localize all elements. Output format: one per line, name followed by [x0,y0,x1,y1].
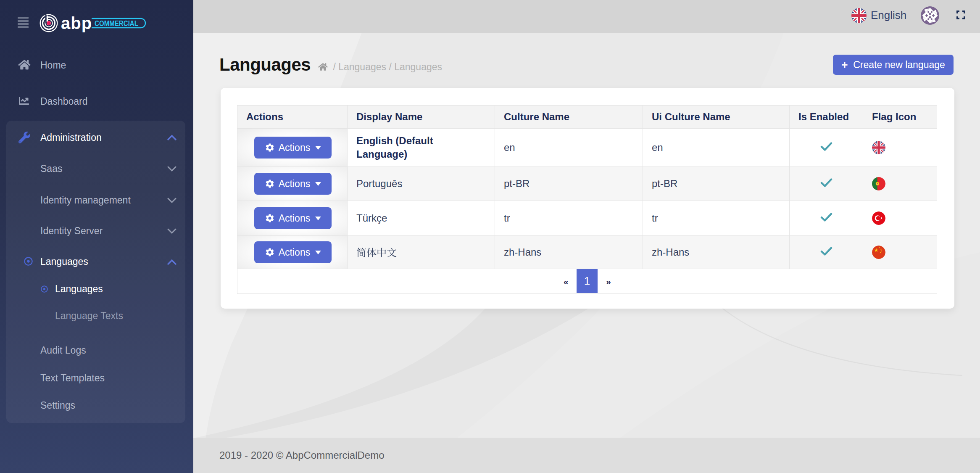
svg-text:COMMERCIAL: COMMERCIAL [95,19,138,28]
svg-text:abp: abp [61,14,92,32]
